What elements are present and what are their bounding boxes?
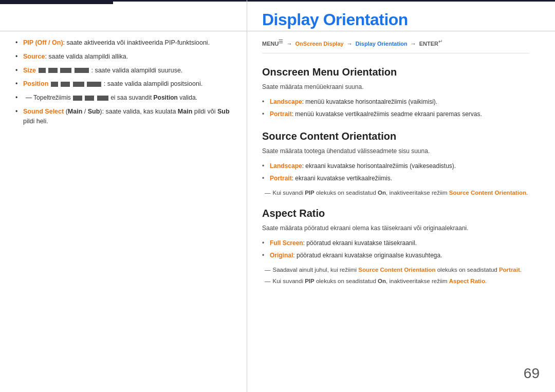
size-text: : saate valida alampildi suuruse. — [91, 67, 182, 74]
size-label: Size — [23, 67, 36, 74]
portrait-text-1: : menüü kuvatakse vertikaalrežiimis sead… — [292, 110, 482, 118]
enter-icon: ↵ — [438, 39, 442, 44]
right-panel: Display Orientation MENU☰ → OnScreen Dis… — [262, 10, 540, 288]
icon-size-3 — [60, 68, 71, 73]
icon-size-1 — [39, 68, 46, 73]
list-item: Size : saate valida alampildi suuruse. — [15, 64, 236, 78]
sound-select-end: ): saate valida, kas kuulata — [100, 108, 177, 115]
sub-label-2: Sub — [217, 108, 230, 115]
portrait-text-2: : ekraani kuvatakse vertikaalrežiimis. — [292, 175, 392, 182]
landscape-label-2: Landscape — [270, 162, 302, 170]
display-orientation-link: Display Orientation — [356, 41, 408, 47]
icon-size-4 — [75, 68, 89, 73]
arrow1: → — [286, 41, 292, 47]
page-title: Display Orientation — [262, 10, 529, 29]
arrow2: → — [347, 41, 353, 47]
on-ref-1: On — [378, 190, 386, 196]
pip-ref-2: PIP — [305, 278, 314, 284]
pildi-text: pildi või — [192, 108, 217, 115]
menu-icon: ☰ — [279, 39, 283, 44]
pip-text: : saate aktiveerida või inaktiveerida PI… — [63, 39, 210, 46]
original-label: Original — [270, 252, 293, 259]
section-title-aspect: Aspect Ratio — [262, 208, 529, 219]
arrow3: → — [411, 41, 416, 47]
icon-pos-3 — [73, 82, 84, 87]
icon-pos-2 — [61, 82, 70, 87]
breadcrumb: MENU☰ → OnScreen Display → Display Orien… — [262, 39, 529, 53]
enter-label: ENTER — [419, 41, 438, 47]
landscape-text-1: : menüü kuvatakse horisontaalrežiimis (v… — [302, 98, 437, 105]
icon-t-1 — [73, 96, 82, 101]
list-item-sound-select: Sound Select (Main / Sub): saate valida,… — [15, 105, 236, 128]
source-note: ― Kui suvandi PIP olekuks on seadistatud… — [262, 189, 529, 197]
icon-pos-1 — [51, 82, 58, 87]
page-number: 69 — [524, 365, 540, 382]
left-accent-bar — [0, 2, 113, 4]
heli-text: pildi heli. — [23, 118, 48, 125]
source-label: Source — [23, 53, 45, 60]
list-item: Full Screen: pööratud ekraani kuvatakse … — [262, 237, 529, 249]
portrait-ref: Portrait — [499, 267, 520, 273]
source-note-text: Kui suvandi PIP olekuks on seadistatud O… — [273, 189, 528, 197]
vertical-divider — [247, 0, 247, 392]
left-panel: PIP (Off / On): saate aktiveerida või in… — [15, 36, 236, 128]
portrait-label-2: Portrait — [270, 175, 292, 182]
section-desc-aspect: Saate määrata pööratud ekraani olema kas… — [262, 223, 529, 233]
sound-select-text: ( — [64, 108, 68, 115]
menu-label: MENU — [262, 41, 279, 47]
icon-size-2 — [48, 68, 58, 73]
icon-t-3 — [97, 96, 108, 101]
dash-2: ― — [265, 266, 271, 274]
list-item: ― Topeltrežiimis ei saa suvandit Positio… — [15, 91, 236, 105]
sub-label: Sub — [88, 108, 100, 115]
dash-3: ― — [265, 277, 271, 286]
aspect-ratio-ref: Aspect Ratio — [449, 278, 485, 284]
section-list-aspect: Full Screen: pööratud ekraani kuvatakse … — [262, 237, 529, 262]
landscape-text-2: : ekraani kuvatakse horisontaalrežiimis … — [302, 162, 456, 170]
section-list-source: Landscape: ekraani kuvatakse horisontaal… — [262, 160, 529, 184]
section-title-source: Source Content Orientation — [262, 130, 529, 142]
on-ref-2: On — [378, 278, 386, 284]
list-item: Landscape: menüü kuvatakse horisontaalre… — [262, 96, 529, 108]
position-bold: Position — [154, 94, 178, 101]
original-text: : pööratud ekraani kuvatakse originaalse… — [293, 252, 442, 259]
position-label: Position — [23, 80, 48, 87]
position-text: : saate valida alampildi positsiooni. — [104, 80, 202, 87]
source-content-ref: Source Content Orientation — [449, 190, 526, 196]
dash-1: ― — [265, 189, 271, 197]
topelt-text: ― Topeltrežiimis ei saa suvandit Positio… — [26, 94, 197, 101]
list-item: Source: saate valida alampildi allika. — [15, 50, 236, 64]
source-content-ref-2: Source Content Orientation — [358, 267, 435, 273]
section-desc-source: Saate määrata tootega ühendatud välissea… — [262, 146, 529, 156]
slash-text: / — [82, 108, 87, 115]
landscape-label-1: Landscape — [270, 98, 302, 105]
section-list-onscreen: Landscape: menüü kuvatakse horisontaalre… — [262, 96, 529, 120]
list-item: Portrait: ekraani kuvatakse vertikaalrež… — [262, 172, 529, 184]
fullscreen-text: : pööratud ekraani kuvatakse täisekraani… — [303, 239, 417, 247]
list-item: Portrait: menüü kuvatakse vertikaalrežii… — [262, 108, 529, 120]
section-title-onscreen: Onscreen Menu Orientation — [262, 66, 529, 78]
icon-t-2 — [85, 96, 94, 101]
list-item: Position : saate valida alampildi posits… — [15, 77, 236, 91]
sound-select-label: Sound Select — [23, 108, 64, 115]
pip-label: PIP (Off / On) — [23, 39, 63, 46]
section-desc-onscreen: Saate määrata menüüekraani suuna. — [262, 82, 529, 91]
list-item: PIP (Off / On): saate aktiveerida või in… — [15, 36, 236, 50]
onscreen-display-link: OnScreen Display — [295, 41, 344, 47]
main-label: Main — [68, 108, 82, 115]
aspect-note-1: ― Saadaval ainult juhul, kui režiimi Sou… — [262, 266, 529, 274]
aspect-note-text-1: Saadaval ainult juhul, kui režiimi Sourc… — [273, 266, 522, 274]
list-item: Original: pööratud ekraani kuvatakse ori… — [262, 249, 529, 262]
source-text: : saate valida alampildi allika. — [45, 53, 128, 60]
icon-pos-4 — [87, 82, 101, 87]
aspect-note-2: ― Kui suvandi PIP olekuks on seadistatud… — [262, 277, 529, 286]
left-list: PIP (Off / On): saate aktiveerida või in… — [15, 36, 236, 128]
fullscreen-label: Full Screen — [270, 239, 303, 247]
pip-ref-1: PIP — [305, 190, 314, 196]
aspect-note-text-2: Kui suvandi PIP olekuks on seadistatud O… — [273, 277, 487, 286]
portrait-label-1: Portrait — [270, 110, 292, 118]
list-item: Landscape: ekraani kuvatakse horisontaal… — [262, 160, 529, 172]
main-label-2: Main — [178, 108, 192, 115]
